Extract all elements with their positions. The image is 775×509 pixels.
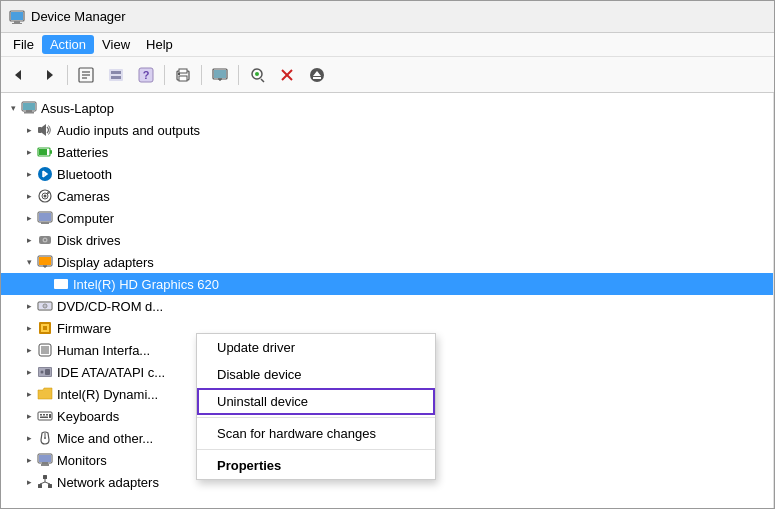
tree-item-computer[interactable]: Computer	[1, 207, 773, 229]
svg-rect-46	[41, 222, 49, 224]
expand-arrow-audio[interactable]	[21, 122, 37, 138]
camera-icon	[37, 188, 53, 204]
mice-label: Mice and other...	[57, 431, 153, 446]
expand-arrow-monitors[interactable]	[21, 452, 37, 468]
expand-arrow-bluetooth[interactable]	[21, 166, 37, 182]
svg-rect-12	[111, 76, 121, 79]
toolbar-sep-4	[238, 65, 239, 85]
context-menu: Update driver Disable device Uninstall d…	[196, 333, 436, 480]
toolbar: ?	[1, 57, 774, 93]
svg-point-49	[44, 239, 46, 241]
toolbar-sep-2	[164, 65, 165, 85]
ctx-disable-device[interactable]: Disable device	[197, 361, 435, 388]
menu-help[interactable]: Help	[138, 35, 181, 54]
expand-arrow-disk[interactable]	[21, 232, 37, 248]
svg-rect-84	[48, 484, 52, 488]
keyboard-icon	[37, 408, 53, 424]
svg-rect-18	[178, 73, 180, 75]
svg-line-25	[261, 79, 264, 82]
mouse-icon	[37, 430, 53, 446]
expand-arrow-batteries[interactable]	[21, 144, 37, 160]
expand-arrow-computer[interactable]	[21, 210, 37, 226]
content-area: Asus-Laptop Audio inputs and outputs	[1, 93, 774, 508]
svg-marker-4	[15, 70, 21, 80]
expand-arrow-network[interactable]	[21, 474, 37, 490]
svg-rect-20	[214, 70, 226, 78]
expand-arrow-cameras[interactable]	[21, 188, 37, 204]
expand-arrow-firmware[interactable]	[21, 320, 37, 336]
svg-rect-83	[38, 484, 42, 488]
audio-icon	[37, 122, 53, 138]
menu-file[interactable]: File	[5, 35, 42, 54]
svg-rect-16	[179, 69, 187, 73]
svg-point-42	[44, 195, 47, 198]
expand-arrow-intel-dynamic[interactable]	[21, 386, 37, 402]
intel-dynamic-label: Intel(R) Dynami...	[57, 387, 158, 402]
computer2-icon	[37, 210, 53, 226]
download-toolbar-button[interactable]	[303, 61, 331, 89]
menu-action[interactable]: Action	[42, 35, 94, 54]
tree-item-asus-laptop[interactable]: Asus-Laptop	[1, 97, 773, 119]
firmware-label: Firmware	[57, 321, 111, 336]
ctx-properties[interactable]: Properties	[197, 452, 435, 479]
tree-item-dvd[interactable]: DVD/CD-ROM d...	[1, 295, 773, 317]
disk-icon	[37, 232, 53, 248]
tree-item-intel-hd[interactable]: GPU Intel(R) HD Graphics 620	[1, 273, 773, 295]
svg-rect-1	[11, 12, 23, 20]
hid-label: Human Interfa...	[57, 343, 150, 358]
ctx-sep-1	[197, 417, 435, 418]
scan-toolbar-button[interactable]	[243, 61, 271, 89]
keyboards-label: Keyboards	[57, 409, 119, 424]
tree-item-cameras[interactable]: Cameras	[1, 185, 773, 207]
expand-arrow-keyboards[interactable]	[21, 408, 37, 424]
toggle-toolbar-button[interactable]	[102, 61, 130, 89]
svg-text:?: ?	[143, 69, 150, 81]
tree-item-audio[interactable]: Audio inputs and outputs	[1, 119, 773, 141]
ctx-scan-hardware[interactable]: Scan for hardware changes	[197, 420, 435, 447]
dvd-icon	[37, 298, 53, 314]
svg-rect-35	[38, 127, 42, 133]
expand-arrow-dvd[interactable]	[21, 298, 37, 314]
computer-label: Computer	[57, 211, 114, 226]
uninstall-toolbar-button[interactable]	[273, 61, 301, 89]
expand-arrow-ide[interactable]	[21, 364, 37, 380]
asus-laptop-label: Asus-Laptop	[41, 101, 114, 116]
back-button[interactable]	[5, 61, 33, 89]
forward-button[interactable]	[35, 61, 63, 89]
display-toolbar-button[interactable]	[206, 61, 234, 89]
tree-item-disk[interactable]: Disk drives	[1, 229, 773, 251]
window-icon	[9, 9, 25, 25]
tree-item-batteries[interactable]: Batteries	[1, 141, 773, 163]
computer-icon	[21, 100, 37, 116]
svg-rect-79	[39, 455, 51, 462]
svg-point-68	[41, 371, 44, 374]
audio-label: Audio inputs and outputs	[57, 123, 200, 138]
menu-view[interactable]: View	[94, 35, 138, 54]
network-icon	[37, 474, 53, 490]
toolbar-sep-3	[201, 65, 202, 85]
print-toolbar-button[interactable]	[169, 61, 197, 89]
svg-rect-72	[43, 414, 45, 416]
expand-arrow-hid[interactable]	[21, 342, 37, 358]
expand-arrow-asus[interactable]	[5, 100, 21, 116]
svg-rect-69	[45, 369, 50, 375]
expand-arrow-display[interactable]	[21, 254, 37, 270]
svg-rect-38	[50, 150, 52, 154]
gpu-icon: GPU	[53, 276, 69, 292]
bluetooth-icon	[37, 166, 53, 182]
properties-toolbar-button[interactable]	[72, 61, 100, 89]
disk-label: Disk drives	[57, 233, 121, 248]
svg-point-43	[47, 192, 49, 194]
device-manager-window: Device Manager File Action View Help	[0, 0, 775, 509]
ctx-update-driver[interactable]: Update driver	[197, 334, 435, 361]
battery-icon	[37, 144, 53, 160]
tree-item-display-adapters[interactable]: Display adapters	[1, 251, 773, 273]
svg-rect-75	[49, 414, 51, 418]
tree-item-bluetooth[interactable]: Bluetooth	[1, 163, 773, 185]
window-title: Device Manager	[31, 9, 126, 24]
ctx-uninstall-device[interactable]: Uninstall device	[197, 388, 435, 415]
svg-point-60	[44, 305, 45, 306]
svg-rect-30	[313, 77, 321, 79]
help-toolbar-button[interactable]: ?	[132, 61, 160, 89]
expand-arrow-mice[interactable]	[21, 430, 37, 446]
